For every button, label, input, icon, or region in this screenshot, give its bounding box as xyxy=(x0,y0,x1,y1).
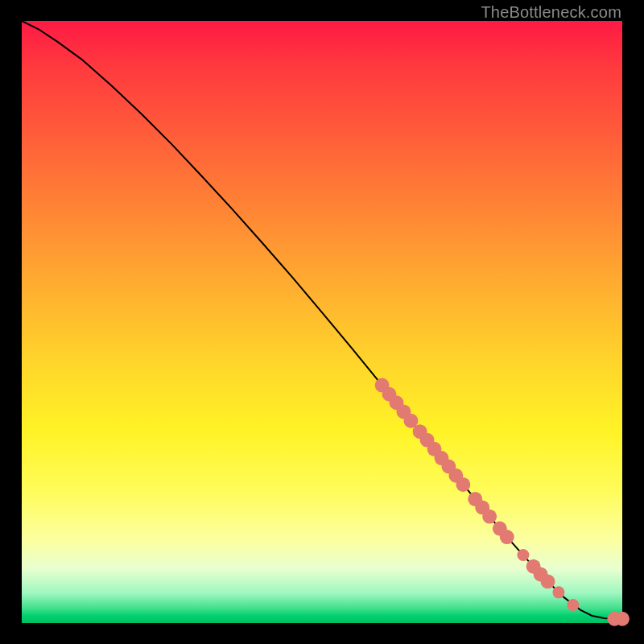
bottleneck-curve xyxy=(22,21,622,619)
data-point xyxy=(615,612,630,626)
marker-group xyxy=(375,378,630,626)
data-point xyxy=(500,530,514,544)
chart-overlay xyxy=(22,21,622,623)
data-point xyxy=(517,549,529,561)
data-point xyxy=(482,510,497,524)
data-point xyxy=(567,599,579,611)
data-point xyxy=(541,574,555,588)
watermark-text: TheBottleneck.com xyxy=(481,3,621,22)
data-point xyxy=(456,477,470,492)
data-point xyxy=(552,586,564,598)
